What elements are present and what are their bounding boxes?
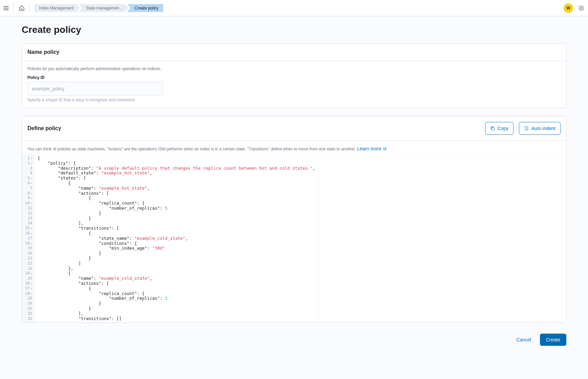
auto-indent-button-label: Auto indent [531, 126, 556, 131]
json-editor[interactable]: 1▾2▾345▾6▾78▾9▾10▾1112131415▾16▾1718▾192… [22, 154, 566, 322]
create-button[interactable]: Create [540, 334, 566, 346]
breadcrumb-item-current: Create policy [127, 4, 163, 12]
page-footer: Cancel Create [22, 331, 566, 359]
menu-toggle[interactable] [3, 3, 14, 14]
policy-id-input[interactable] [27, 82, 163, 96]
name-policy-panel: Name policy Policies let you automatical… [22, 43, 566, 108]
policy-id-label: Policy ID [27, 75, 561, 80]
home-button[interactable] [16, 3, 27, 14]
auto-indent-button[interactable]: Auto indent [519, 122, 561, 135]
top-bar: Index Management State managemen... Crea… [0, 0, 588, 16]
breadcrumbs: Index Management State managemen... Crea… [30, 3, 162, 13]
copy-button[interactable]: Copy [485, 122, 514, 135]
define-policy-panel: Define policy Copy Auto indent You can t… [22, 116, 566, 323]
svg-point-1 [580, 7, 582, 9]
page-title: Create policy [22, 24, 566, 35]
lifebuoy-icon [578, 5, 584, 11]
panel-title: Define policy [27, 125, 61, 131]
editor-code[interactable]: { "policy": { "description": "A simple d… [35, 154, 318, 322]
define-help-text: You can think of policies as state machi… [27, 147, 356, 151]
indent-icon [524, 126, 529, 131]
learn-more-label: Learn more [357, 146, 382, 151]
copy-button-label: Copy [498, 126, 509, 131]
editor-gutter: 1▾2▾345▾6▾78▾9▾10▾1112131415▾16▾1718▾192… [22, 154, 35, 322]
copy-icon [490, 126, 495, 131]
learn-more-link[interactable]: Learn more [357, 146, 387, 151]
home-icon [19, 5, 25, 11]
breadcrumb-item[interactable]: Index Management [34, 4, 80, 12]
user-avatar[interactable]: W [564, 3, 573, 13]
panel-title: Name policy [27, 49, 59, 55]
help-button[interactable] [577, 4, 585, 12]
svg-rect-2 [492, 127, 494, 130]
hamburger-icon [3, 5, 9, 11]
breadcrumb-item[interactable]: State managemen... [79, 4, 129, 12]
panel-help-text: Policies let you automatically perform a… [27, 66, 561, 71]
cancel-button[interactable]: Cancel [511, 334, 536, 346]
policy-id-hint: Specify a unique ID that is easy to reco… [27, 98, 561, 102]
external-link-icon [383, 147, 387, 150]
